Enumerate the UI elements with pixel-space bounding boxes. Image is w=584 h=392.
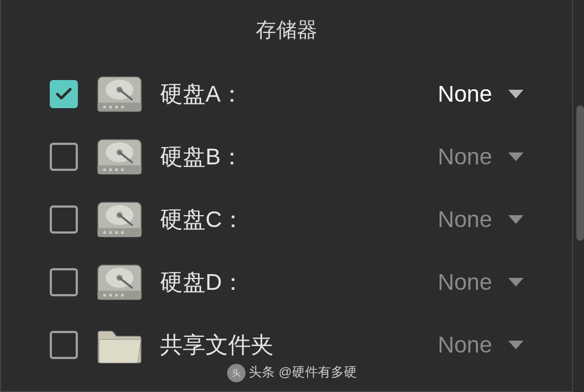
hdd-icon <box>90 263 149 302</box>
checkbox-shared-folder[interactable] <box>50 331 78 359</box>
dropdown-value: None <box>438 207 492 232</box>
panel-title: 存储器 <box>1 16 572 44</box>
dropdown-value: None <box>438 332 492 358</box>
disk-label: 硬盘A： <box>160 79 438 109</box>
svg-point-6 <box>109 105 112 109</box>
dropdown-disk-a[interactable]: None <box>438 81 523 107</box>
checkbox-disk-c[interactable] <box>50 205 78 234</box>
dropdown-value: None <box>438 269 492 295</box>
svg-point-16 <box>115 168 118 171</box>
checkbox-disk-a[interactable] <box>50 80 78 108</box>
dropdown-shared-folder[interactable]: None <box>438 332 523 358</box>
disk-label: 硬盘B： <box>160 142 438 172</box>
storage-row-disk-d: 硬盘D： None <box>1 251 572 314</box>
storage-row-disk-c: 硬盘C： None <box>1 188 572 251</box>
svg-point-23 <box>103 231 107 234</box>
hdd-icon <box>90 137 149 176</box>
hdd-icon <box>90 200 149 239</box>
folder-icon <box>90 325 149 365</box>
disk-label: 硬盘C： <box>160 204 438 235</box>
dropdown-disk-d[interactable]: None <box>438 269 523 295</box>
svg-point-34 <box>115 294 118 297</box>
storage-row-disk-a: 硬盘A： None <box>1 63 572 125</box>
chevron-down-icon <box>508 90 523 98</box>
check-icon <box>54 84 74 104</box>
checkbox-disk-d[interactable] <box>50 268 78 296</box>
dropdown-disk-b[interactable]: None <box>438 144 523 170</box>
storage-row-shared-folder: 共享文件夹 None <box>1 314 572 376</box>
svg-point-25 <box>115 231 118 234</box>
disk-label: 硬盘D： <box>160 267 438 297</box>
svg-point-33 <box>109 294 112 297</box>
checkbox-disk-b[interactable] <box>50 143 78 171</box>
chevron-down-icon <box>508 341 523 349</box>
storage-panel: 存储器 硬盘A： None 硬盘B： None <box>0 0 573 392</box>
svg-point-17 <box>121 168 124 171</box>
svg-point-7 <box>115 105 118 109</box>
folder-label: 共享文件夹 <box>160 330 438 360</box>
svg-point-5 <box>103 105 107 109</box>
chevron-down-icon <box>508 152 523 161</box>
svg-point-26 <box>121 231 124 234</box>
svg-point-32 <box>103 294 107 297</box>
dropdown-value: None <box>438 144 492 170</box>
svg-point-14 <box>103 168 107 171</box>
svg-point-8 <box>121 105 124 109</box>
hdd-icon <box>90 75 149 114</box>
chevron-down-icon <box>508 215 523 224</box>
chevron-down-icon <box>508 278 523 287</box>
dropdown-value: None <box>438 81 492 107</box>
scrollbar[interactable] <box>576 105 584 241</box>
svg-point-15 <box>109 168 112 171</box>
svg-point-24 <box>109 231 112 234</box>
svg-point-35 <box>121 294 124 297</box>
storage-row-disk-b: 硬盘B： None <box>1 125 572 188</box>
dropdown-disk-c[interactable]: None <box>438 207 523 232</box>
